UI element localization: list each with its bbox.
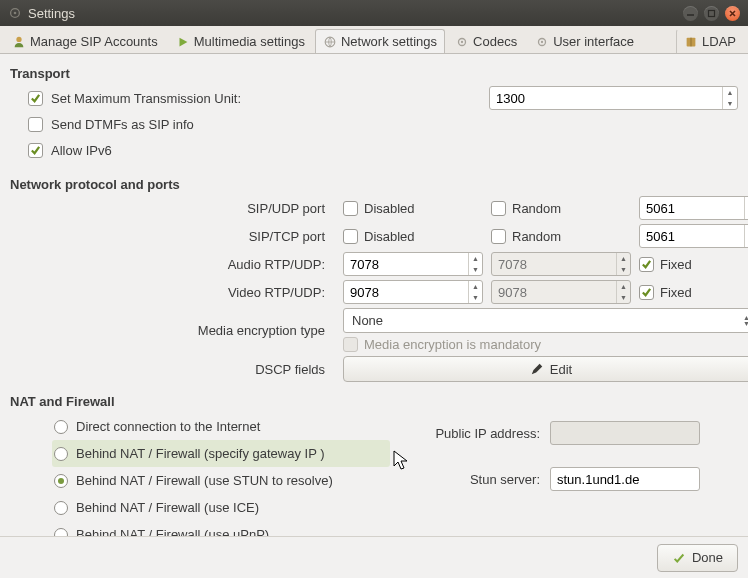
audio-rtp-label: Audio RTP/UDP: [10, 257, 335, 272]
spin-up-icon[interactable]: ▲ [469, 281, 482, 292]
video-port-2-spinbox: ▲▼ [491, 280, 631, 304]
video-port-input[interactable] [344, 281, 468, 303]
sip-tcp-port-input[interactable] [640, 225, 744, 247]
tab-label: LDAP [702, 34, 736, 49]
tab-label: Manage SIP Accounts [30, 34, 158, 49]
gear-icon [535, 35, 549, 49]
tabs-bar: Manage SIP Accounts Multimedia settings … [0, 26, 748, 54]
sip-tcp-label: SIP/TCP port [10, 229, 335, 244]
video-fixed-checkbox[interactable] [639, 285, 654, 300]
stun-server-label: Stun server: [410, 472, 540, 487]
spin-up-icon[interactable]: ▲ [723, 87, 737, 98]
sip-tcp-random-checkbox[interactable] [491, 229, 506, 244]
svg-rect-3 [709, 10, 715, 16]
window-title: Settings [28, 6, 683, 21]
media-encryption-combo[interactable]: None▲▼ [343, 308, 748, 333]
nat-stun-radio[interactable]: Behind NAT / Firewall (use STUN to resol… [52, 467, 390, 494]
person-icon [12, 35, 26, 49]
section-protocol: Network protocol and ports [10, 177, 738, 192]
spin-down-icon[interactable]: ▼ [469, 292, 482, 303]
maximize-button[interactable] [704, 6, 719, 21]
radio-label: Direct connection to the Internet [76, 419, 260, 434]
spin-down-icon[interactable]: ▼ [723, 98, 737, 109]
fixed-label: Fixed [660, 257, 692, 272]
checkmark-icon [672, 551, 686, 565]
sip-tcp-port-spinbox[interactable]: ▲▼ [639, 224, 748, 248]
random-label: Random [512, 229, 561, 244]
spin-down-icon[interactable]: ▼ [469, 264, 482, 275]
sip-udp-port-input[interactable] [640, 197, 744, 219]
footer: Done [0, 536, 748, 578]
spin-up-icon: ▲ [617, 253, 630, 264]
combo-value: None [352, 313, 383, 328]
titlebar: Settings [0, 0, 748, 26]
minimize-button[interactable] [683, 6, 698, 21]
done-button[interactable]: Done [657, 544, 738, 572]
dtmf-checkbox[interactable] [28, 117, 43, 132]
audio-port-spinbox[interactable]: ▲▼ [343, 252, 483, 276]
svg-point-9 [541, 40, 543, 42]
spin-up-icon[interactable]: ▲ [469, 253, 482, 264]
random-label: Random [512, 201, 561, 216]
audio-port-input[interactable] [344, 253, 468, 275]
mtu-label: Set Maximum Transmission Unit: [51, 91, 481, 106]
nat-gateway-radio[interactable]: Behind NAT / Firewall (specify gateway I… [52, 440, 390, 467]
svg-point-7 [461, 40, 463, 42]
mandatory-label: Media encryption is mandatory [364, 337, 541, 352]
disabled-label: Disabled [364, 229, 415, 244]
radio-label: Behind NAT / Firewall (use ICE) [76, 500, 259, 515]
public-ip-label: Public IP address: [410, 426, 540, 441]
settings-icon [8, 6, 22, 20]
tab-ui[interactable]: User interface [527, 29, 642, 53]
tab-multimedia[interactable]: Multimedia settings [168, 29, 313, 53]
nat-direct-radio[interactable]: Direct connection to the Internet [52, 413, 390, 440]
pencil-icon [530, 362, 544, 376]
tab-label: Codecs [473, 34, 517, 49]
public-ip-input [550, 421, 700, 445]
done-label: Done [692, 550, 723, 565]
tab-ldap[interactable]: LDAP [676, 29, 744, 53]
tab-manage-sip[interactable]: Manage SIP Accounts [4, 29, 166, 53]
tab-codecs[interactable]: Codecs [447, 29, 525, 53]
mtu-input[interactable] [490, 87, 722, 109]
dtmf-label: Send DTMFs as SIP info [51, 117, 194, 132]
sip-udp-disabled-checkbox[interactable] [343, 201, 358, 216]
sip-udp-port-spinbox[interactable]: ▲▼ [639, 196, 748, 220]
close-button[interactable] [725, 6, 740, 21]
spin-down-icon: ▼ [617, 292, 630, 303]
book-icon [684, 35, 698, 49]
mtu-checkbox[interactable] [28, 91, 43, 106]
media-mandatory-checkbox [343, 337, 358, 352]
ipv6-label: Allow IPv6 [51, 143, 112, 158]
svg-point-1 [14, 12, 17, 15]
audio-port-2-spinbox: ▲▼ [491, 252, 631, 276]
video-port-2-input [492, 281, 616, 303]
radio-label: Behind NAT / Firewall (use STUN to resol… [76, 473, 333, 488]
network-icon [323, 35, 337, 49]
mtu-spinbox[interactable]: ▲▼ [489, 86, 738, 110]
edit-label: Edit [550, 362, 572, 377]
nat-ice-radio[interactable]: Behind NAT / Firewall (use ICE) [52, 494, 390, 521]
tab-label: User interface [553, 34, 634, 49]
tab-network[interactable]: Network settings [315, 29, 445, 53]
dscp-edit-button[interactable]: Edit [343, 356, 748, 382]
media-encryption-label: Media encryption type [10, 323, 335, 338]
stun-server-input[interactable] [550, 467, 700, 491]
sip-udp-random-checkbox[interactable] [491, 201, 506, 216]
disabled-label: Disabled [364, 201, 415, 216]
tab-label: Multimedia settings [194, 34, 305, 49]
sip-tcp-disabled-checkbox[interactable] [343, 229, 358, 244]
section-transport: Transport [10, 66, 738, 81]
play-icon [176, 35, 190, 49]
gear-icon [455, 35, 469, 49]
audio-port-2-input [492, 253, 616, 275]
tab-label: Network settings [341, 34, 437, 49]
svg-point-4 [16, 36, 21, 41]
spin-down-icon: ▼ [617, 264, 630, 275]
spin-up-icon: ▲ [617, 281, 630, 292]
video-port-spinbox[interactable]: ▲▼ [343, 280, 483, 304]
window-controls [683, 6, 740, 21]
audio-fixed-checkbox[interactable] [639, 257, 654, 272]
combo-arrows-icon: ▲▼ [743, 315, 748, 327]
ipv6-checkbox[interactable] [28, 143, 43, 158]
